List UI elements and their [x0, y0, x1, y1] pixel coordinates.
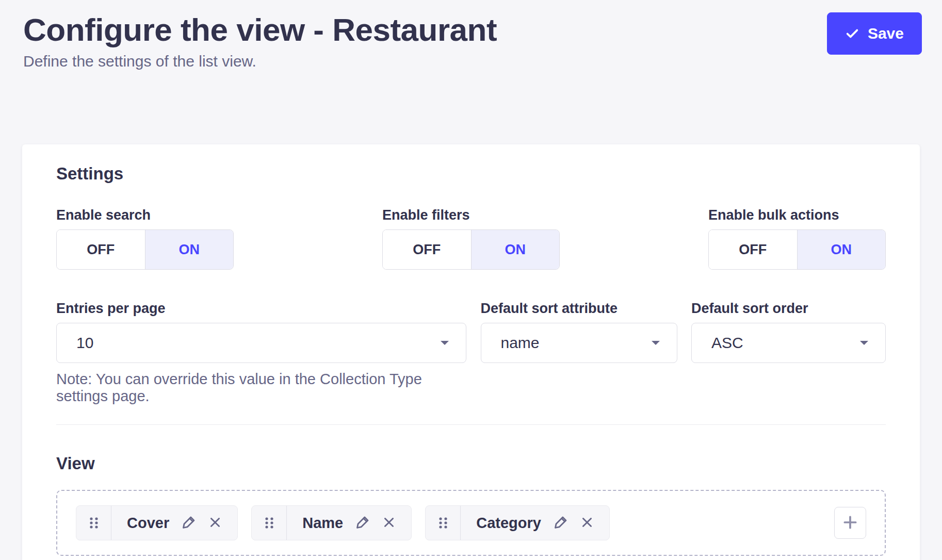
enable-search-on-button[interactable]: ON	[145, 230, 234, 269]
field-chip-label: Name	[302, 515, 343, 532]
default-sort-order-select[interactable]: ASC	[691, 323, 886, 363]
page-subtitle: Define the settings of the list view.	[23, 53, 497, 70]
enable-filters-field: Enable filters OFF ON	[382, 207, 560, 270]
section-divider	[56, 424, 886, 425]
default-sort-attribute-select[interactable]: name	[481, 323, 677, 363]
enable-search-off-button[interactable]: OFF	[57, 230, 145, 269]
enable-bulk-actions-off-button[interactable]: OFF	[709, 230, 798, 269]
close-icon	[208, 516, 222, 531]
remove-field-button[interactable]	[382, 516, 396, 531]
edit-field-button[interactable]	[554, 515, 568, 531]
enable-filters-off-button[interactable]: OFF	[383, 230, 472, 269]
selects-row: Entries per page 10 Note: You can overri…	[56, 301, 886, 405]
field-chip-label: Cover	[127, 515, 169, 532]
page-heading-block: Configure the view - Restaurant Define t…	[23, 12, 497, 70]
pencil-icon	[182, 515, 196, 531]
field-chip-category: Category	[425, 505, 610, 540]
chevron-down-icon	[858, 339, 870, 347]
enable-bulk-actions-on-button[interactable]: ON	[798, 230, 886, 269]
default-sort-attribute-label: Default sort attribute	[481, 301, 677, 317]
enable-search-field: Enable search OFF ON	[56, 207, 234, 270]
field-chip-cover: Cover	[76, 505, 238, 540]
toggles-row: Enable search OFF ON Enable filters OFF …	[56, 207, 886, 270]
field-drop-zone: Cover	[56, 490, 886, 556]
default-sort-order-label: Default sort order	[691, 301, 886, 317]
default-sort-order-field: Default sort order ASC	[691, 301, 886, 405]
entries-per-page-field: Entries per page 10 Note: You can overri…	[56, 301, 466, 405]
plus-icon	[842, 514, 858, 532]
pencil-icon	[554, 515, 568, 531]
page-header: Configure the view - Restaurant Define t…	[0, 0, 942, 70]
entries-per-page-note: Note: You can override this value in the…	[56, 371, 466, 405]
close-icon	[580, 516, 594, 531]
enable-filters-toggle: OFF ON	[382, 229, 560, 270]
enable-filters-label: Enable filters	[382, 207, 560, 223]
page-title: Configure the view - Restaurant	[23, 12, 497, 47]
settings-section-title: Settings	[56, 164, 886, 184]
chevron-down-icon	[650, 339, 661, 347]
view-section-title: View	[56, 454, 886, 473]
entries-per-page-select[interactable]: 10	[56, 323, 466, 363]
check-icon	[845, 26, 859, 41]
enable-bulk-actions-field: Enable bulk actions OFF ON	[708, 207, 886, 270]
save-button-label: Save	[868, 25, 904, 42]
settings-card: Settings Enable search OFF ON Enable fil…	[22, 144, 920, 560]
edit-field-button[interactable]	[355, 515, 370, 531]
save-button[interactable]: Save	[827, 12, 922, 55]
drag-handle-icon[interactable]	[76, 506, 111, 540]
entries-per-page-label: Entries per page	[56, 301, 466, 317]
default-sort-order-value: ASC	[711, 334, 743, 352]
remove-field-button[interactable]	[580, 516, 594, 531]
entries-per-page-value: 10	[76, 334, 93, 352]
enable-bulk-actions-label: Enable bulk actions	[708, 207, 886, 223]
pencil-icon	[355, 515, 370, 531]
close-icon	[382, 516, 396, 531]
field-chip-label: Category	[476, 515, 541, 532]
chevron-down-icon	[439, 339, 450, 347]
drag-handle-icon[interactable]	[426, 506, 461, 540]
enable-bulk-actions-toggle: OFF ON	[708, 229, 886, 270]
remove-field-button[interactable]	[208, 516, 222, 531]
add-field-button[interactable]	[834, 507, 866, 539]
default-sort-attribute-field: Default sort attribute name	[481, 301, 677, 405]
enable-search-label: Enable search	[56, 207, 234, 223]
enable-filters-on-button[interactable]: ON	[472, 230, 560, 269]
field-chip-name: Name	[251, 505, 412, 540]
drag-handle-icon[interactable]	[252, 506, 287, 540]
default-sort-attribute-value: name	[501, 334, 540, 352]
enable-search-toggle: OFF ON	[56, 229, 234, 270]
edit-field-button[interactable]	[182, 515, 196, 531]
